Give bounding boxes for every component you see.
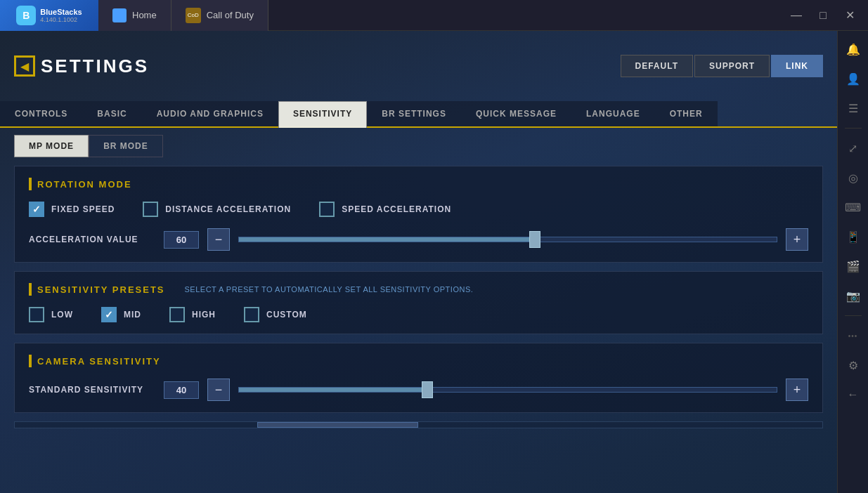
- acceleration-slider-thumb[interactable]: [529, 231, 540, 248]
- standard-sensitivity-slider-track[interactable]: [238, 387, 777, 393]
- sidebar-separator-1: [845, 128, 862, 129]
- fixed-speed-checkbox[interactable]: [29, 202, 44, 217]
- tab-quick-message[interactable]: QUICK MESSAGE: [461, 101, 571, 126]
- more-options-icon[interactable]: •••: [841, 323, 866, 348]
- scrollbar-thumb[interactable]: [257, 422, 419, 428]
- rotation-mode-title: ROTATION MODE: [29, 178, 808, 190]
- titlebar: B BlueStacks 4.140.1.1002 Home CoD Call …: [0, 0, 868, 31]
- bluestacks-logo: B BlueStacks 4.140.1.1002: [0, 0, 98, 31]
- minimize-button[interactable]: —: [784, 3, 809, 28]
- target-icon[interactable]: ◎: [841, 165, 866, 190]
- standard-sensitivity-row: STANDARD SENSITIVITY 40 − +: [29, 379, 808, 401]
- camera-sensitivity-label: CAMERA SENSITIVITY: [37, 356, 161, 367]
- home-icon: [112, 8, 127, 22]
- app-version: 4.140.1.1002: [40, 16, 82, 23]
- expand-icon[interactable]: ⤢: [841, 136, 866, 161]
- high-preset-item[interactable]: HIGH: [169, 307, 216, 322]
- main-content: ◀ SETTINGS DEFAULT SUPPORT LINK CONTROLS…: [0, 31, 868, 493]
- high-preset-checkbox[interactable]: [169, 307, 185, 322]
- tab-bar: CONTROLS BASIC AUDIO AND GRAPHICS SENSIT…: [0, 101, 837, 128]
- tab-home-label: Home: [132, 10, 157, 20]
- titlebar-left: B BlueStacks 4.140.1.1002 Home CoD Call …: [0, 0, 268, 31]
- support-button[interactable]: SUPPORT: [694, 55, 770, 77]
- custom-preset-item[interactable]: CUSTOM: [244, 307, 307, 322]
- phone-icon[interactable]: 📱: [841, 224, 866, 249]
- default-button[interactable]: DEFAULT: [621, 55, 693, 77]
- custom-preset-checkbox[interactable]: [244, 307, 259, 322]
- maximize-button[interactable]: □: [810, 3, 836, 28]
- acceleration-value-row: ACCELERATION VALUE 60 − +: [29, 228, 808, 251]
- tab-sensitivity[interactable]: SENSITIVITY: [278, 101, 367, 128]
- menu-icon[interactable]: ☰: [841, 96, 866, 121]
- settings-back[interactable]: ◀ SETTINGS: [14, 55, 149, 77]
- settings-header: ◀ SETTINGS DEFAULT SUPPORT LINK: [0, 31, 837, 101]
- content-area[interactable]: MP MODE BR MODE ROTATION MODE FIXED SPEE…: [0, 128, 837, 493]
- section-bar-rotation: [29, 178, 32, 190]
- bell-icon[interactable]: 🔔: [841, 37, 866, 62]
- standard-decrease-button[interactable]: −: [207, 379, 230, 401]
- mid-preset-checkbox[interactable]: [101, 307, 117, 322]
- distance-acceleration-checkbox[interactable]: [143, 202, 158, 217]
- mp-mode-tab[interactable]: MP MODE: [14, 135, 89, 157]
- tab-language[interactable]: LANGUAGE: [571, 101, 655, 126]
- tab-audio-graphics[interactable]: AUDIO AND GRAPHICS: [142, 101, 278, 126]
- standard-increase-button[interactable]: +: [786, 379, 808, 401]
- settings-title: SETTINGS: [41, 55, 149, 77]
- br-mode-tab[interactable]: BR MODE: [89, 135, 163, 157]
- bs-text: BlueStacks 4.140.1.1002: [40, 8, 82, 23]
- custom-preset-label: CUSTOM: [266, 310, 307, 320]
- video-icon[interactable]: 🎬: [841, 254, 866, 279]
- acceleration-increase-button[interactable]: +: [786, 228, 808, 251]
- tab-controls[interactable]: CONTROLS: [0, 101, 82, 126]
- mid-preset-item[interactable]: MID: [101, 307, 141, 322]
- acceleration-decrease-button[interactable]: −: [207, 228, 230, 251]
- standard-sensitivity-label: STANDARD SENSITIVITY: [29, 385, 155, 395]
- horizontal-scrollbar[interactable]: [14, 421, 823, 428]
- camera-icon[interactable]: 📷: [841, 283, 866, 308]
- standard-sensitivity-value: 40: [164, 381, 199, 399]
- mid-preset-label: MID: [124, 310, 141, 320]
- camera-sensitivity-title: CAMERA SENSITIVITY: [29, 355, 808, 367]
- sensitivity-presets-title: SENSITIVITY PRESETS SELECT A PRESET TO A…: [29, 283, 808, 296]
- low-preset-item[interactable]: LOW: [29, 307, 73, 322]
- acceleration-slider-track[interactable]: [238, 237, 777, 242]
- sensitivity-presets-subtitle: SELECT A PRESET TO AUTOMATICALLY SET ALL…: [185, 285, 474, 294]
- sensitivity-presets-section: SENSITIVITY PRESETS SELECT A PRESET TO A…: [14, 271, 823, 334]
- link-button[interactable]: LINK: [771, 55, 823, 77]
- tab-cod-label: Call of Duty: [207, 10, 254, 20]
- low-preset-label: LOW: [51, 310, 73, 320]
- gear-icon[interactable]: ⚙: [841, 353, 866, 378]
- tab-other[interactable]: OTHER: [655, 101, 718, 126]
- tab-cod[interactable]: CoD Call of Duty: [171, 0, 268, 31]
- tab-home[interactable]: Home: [98, 0, 171, 31]
- camera-sensitivity-section: CAMERA SENSITIVITY STANDARD SENSITIVITY …: [14, 343, 823, 413]
- section-bar-camera: [29, 355, 32, 367]
- user-icon[interactable]: 👤: [841, 66, 866, 91]
- distance-acceleration-item[interactable]: DISTANCE ACCELERATION: [143, 202, 291, 217]
- close-button[interactable]: ✕: [837, 3, 862, 28]
- speed-acceleration-checkbox[interactable]: [319, 202, 335, 217]
- tab-basic[interactable]: BASIC: [82, 101, 141, 126]
- standard-sensitivity-slider-thumb[interactable]: [422, 381, 433, 398]
- low-preset-checkbox[interactable]: [29, 307, 44, 322]
- rotation-mode-label: ROTATION MODE: [37, 179, 132, 190]
- sensitivity-presets-label: SENSITIVITY PRESETS: [37, 284, 165, 295]
- distance-acceleration-label: DISTANCE ACCELERATION: [165, 204, 291, 214]
- titlebar-controls: — □ ✕: [784, 3, 868, 28]
- fixed-speed-item[interactable]: FIXED SPEED: [29, 202, 115, 217]
- section-bar-presets: [29, 283, 32, 296]
- preset-row: LOW MID HIGH CUSTOM: [29, 307, 808, 322]
- settings-panel: ◀ SETTINGS DEFAULT SUPPORT LINK CONTROLS…: [0, 31, 837, 493]
- speed-acceleration-item[interactable]: SPEED ACCELERATION: [319, 202, 451, 217]
- back-icon[interactable]: ←: [841, 382, 866, 407]
- keyboard-icon[interactable]: ⌨: [841, 195, 866, 220]
- fixed-speed-label: FIXED SPEED: [51, 204, 115, 214]
- standard-sensitivity-slider-fill: [239, 388, 427, 392]
- rotation-mode-section: ROTATION MODE FIXED SPEED DISTANCE ACCEL…: [14, 166, 823, 263]
- sidebar-separator-2: [845, 315, 862, 316]
- mode-tabs: MP MODE BR MODE: [0, 128, 837, 157]
- rotation-checkbox-row: FIXED SPEED DISTANCE ACCELERATION SPEED …: [29, 202, 808, 217]
- tab-br-settings[interactable]: BR SETTINGS: [367, 101, 461, 126]
- cod-icon: CoD: [186, 8, 201, 23]
- high-preset-label: HIGH: [192, 310, 216, 320]
